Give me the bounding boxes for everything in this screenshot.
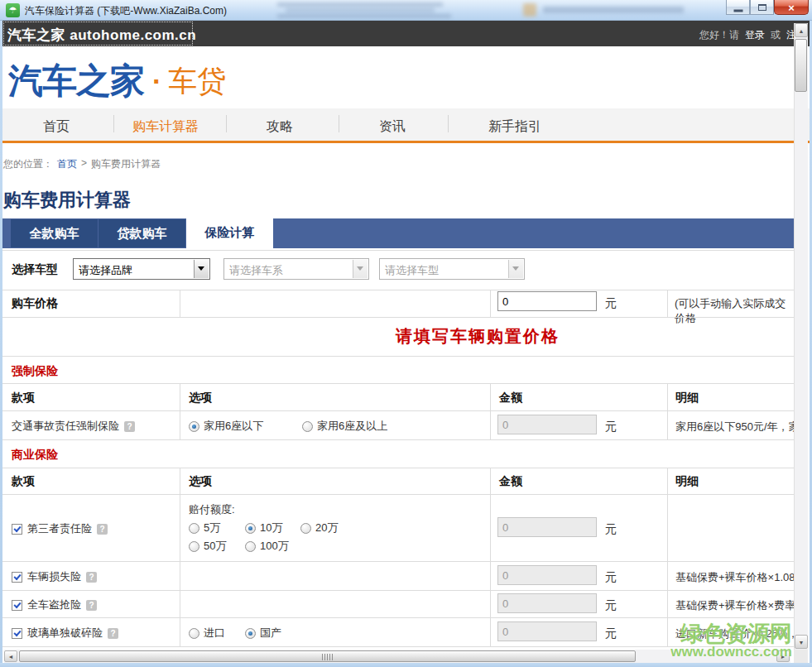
price-input[interactable] bbox=[497, 291, 597, 311]
brand-dropdown[interactable]: 请选择品牌 bbox=[73, 258, 210, 280]
vertical-scrollbar[interactable] bbox=[794, 23, 808, 650]
maximize-button[interactable] bbox=[750, 0, 774, 15]
radio-label: 100万 bbox=[260, 539, 289, 554]
radio-icon[interactable] bbox=[245, 541, 256, 552]
logo-autohome: 汽车之家 bbox=[8, 58, 144, 104]
radio-icon[interactable] bbox=[302, 421, 313, 432]
glass-checkbox[interactable] bbox=[12, 628, 22, 639]
site-logo: 汽车之家 · 车贷 bbox=[8, 58, 226, 104]
login-link[interactable]: 登录 bbox=[745, 28, 765, 42]
breadcrumb-separator: > bbox=[81, 157, 87, 171]
scroll-down-button[interactable]: ▼ bbox=[795, 635, 808, 649]
radio-coverage-5w[interactable]: 5万 bbox=[189, 521, 220, 535]
scroll-left-button[interactable]: ◄ bbox=[4, 650, 17, 662]
glass-row-name: 玻璃单独破碎险 bbox=[12, 626, 118, 641]
vehicle-damage-detail: 基础保费+裸车价格×1.0880 bbox=[675, 570, 795, 585]
model-dropdown[interactable]: 请选择车型 bbox=[379, 258, 525, 280]
compulsory-amount-input[interactable] bbox=[497, 415, 597, 434]
divider bbox=[490, 468, 491, 646]
radio-icon[interactable] bbox=[189, 523, 199, 534]
radio-icon[interactable] bbox=[189, 541, 199, 552]
col-header-detail: 明细 bbox=[675, 474, 699, 489]
radio-icon[interactable] bbox=[189, 421, 199, 432]
radio-family-under6[interactable]: 家用6座以下 bbox=[189, 419, 263, 434]
window-titlebar: ☂ 汽车保险计算器 (下载吧-Www.XiaZaiBa.Com) × bbox=[0, 0, 812, 21]
scrollbar-corner bbox=[794, 650, 808, 663]
divider bbox=[2, 590, 794, 591]
logo-chedai: 车贷 bbox=[168, 62, 226, 101]
radio-coverage-10w[interactable]: 10万 bbox=[245, 521, 282, 535]
radio-icon[interactable] bbox=[189, 628, 199, 639]
watermark-line2: www.downcc.com bbox=[579, 644, 792, 660]
divider bbox=[180, 468, 180, 646]
chevron-down-icon[interactable] bbox=[194, 260, 209, 278]
theft-checkbox[interactable] bbox=[12, 600, 22, 611]
radio-glass-imported[interactable]: 进口 bbox=[189, 626, 225, 641]
tab-loan-purchase[interactable]: 贷款购车 bbox=[98, 219, 185, 247]
help-icon[interactable] bbox=[86, 572, 97, 583]
col-header-option: 选项 bbox=[189, 474, 212, 489]
divider bbox=[2, 290, 794, 290]
col-header-amount: 金额 bbox=[499, 391, 522, 405]
divider bbox=[2, 250, 794, 251]
vertical-scroll-thumb[interactable] bbox=[795, 39, 807, 92]
radio-label: 20万 bbox=[315, 521, 338, 535]
breadcrumb: 您的位置： 首页 > 购车费用计算器 bbox=[3, 157, 161, 171]
radio-label: 5万 bbox=[204, 521, 220, 535]
series-dropdown[interactable]: 请选择车系 bbox=[223, 258, 369, 280]
breadcrumb-home-link[interactable]: 首页 bbox=[57, 157, 77, 171]
help-icon[interactable] bbox=[97, 524, 108, 535]
maximize-icon bbox=[758, 4, 766, 11]
close-button[interactable]: × bbox=[774, 0, 809, 15]
horizontal-scroll-thumb[interactable] bbox=[19, 650, 636, 662]
third-party-row-name: 第三者责任险 bbox=[12, 521, 108, 536]
radio-label: 10万 bbox=[260, 521, 282, 535]
divider bbox=[2, 383, 794, 384]
minimize-button[interactable] bbox=[726, 0, 750, 15]
breadcrumb-prefix: 您的位置： bbox=[3, 157, 53, 171]
radio-icon[interactable] bbox=[300, 523, 311, 534]
third-party-amount-input[interactable] bbox=[497, 517, 597, 537]
radio-coverage-50w[interactable]: 50万 bbox=[189, 539, 226, 554]
nav-item-home[interactable]: 首页 bbox=[43, 118, 70, 136]
col-header-detail: 明细 bbox=[675, 391, 699, 405]
divider bbox=[2, 439, 794, 440]
vehicle-damage-amount-input[interactable] bbox=[497, 565, 597, 585]
radio-icon[interactable] bbox=[245, 523, 256, 534]
nav-item-beginner[interactable]: 新手指引 bbox=[488, 118, 541, 136]
radio-label: 国产 bbox=[260, 626, 281, 641]
radio-label: 进口 bbox=[204, 626, 225, 641]
radio-family-over6[interactable]: 家用6座及以上 bbox=[302, 419, 387, 434]
vehicle-damage-checkbox[interactable] bbox=[12, 572, 22, 583]
nav-item-news[interactable]: 资讯 bbox=[379, 118, 406, 136]
tab-full-payment[interactable]: 全款购车 bbox=[11, 219, 98, 247]
nav-item-guide[interactable]: 攻略 bbox=[267, 118, 293, 136]
radio-glass-domestic[interactable]: 国产 bbox=[245, 626, 281, 641]
chevron-down-icon bbox=[508, 260, 523, 278]
divider bbox=[2, 468, 794, 468]
radio-icon[interactable] bbox=[245, 628, 256, 639]
radio-coverage-20w[interactable]: 20万 bbox=[300, 521, 338, 535]
theft-amount-input[interactable] bbox=[497, 593, 597, 613]
nav-item-calculator[interactable]: 购车计算器 bbox=[132, 118, 199, 136]
logo-dot: · bbox=[152, 65, 161, 98]
help-icon[interactable] bbox=[124, 421, 135, 432]
divider bbox=[667, 383, 668, 439]
third-party-checkbox[interactable] bbox=[12, 524, 22, 535]
divider bbox=[2, 410, 794, 411]
compulsory-insurance-label: 交通事故责任强制保险 bbox=[12, 419, 119, 434]
price-label: 购车价格 bbox=[12, 296, 58, 311]
help-icon[interactable] bbox=[108, 628, 118, 639]
tab-insurance-calc[interactable]: 保险计算 bbox=[186, 218, 273, 250]
radio-coverage-100w[interactable]: 100万 bbox=[245, 539, 289, 554]
theft-row-name: 全车盗抢险 bbox=[12, 597, 97, 612]
help-icon[interactable] bbox=[86, 600, 97, 611]
minimize-icon bbox=[733, 9, 742, 12]
unit-label: 元 bbox=[605, 522, 617, 537]
vehicle-damage-row-name: 车辆损失险 bbox=[12, 569, 97, 584]
scroll-up-button[interactable]: ▲ bbox=[795, 23, 808, 37]
nav-separator bbox=[113, 115, 114, 132]
radio-label: 家用6座及以上 bbox=[317, 419, 387, 434]
series-dropdown-value: 请选择车系 bbox=[229, 263, 283, 278]
coverage-amount-label: 赔付额度: bbox=[189, 502, 235, 517]
